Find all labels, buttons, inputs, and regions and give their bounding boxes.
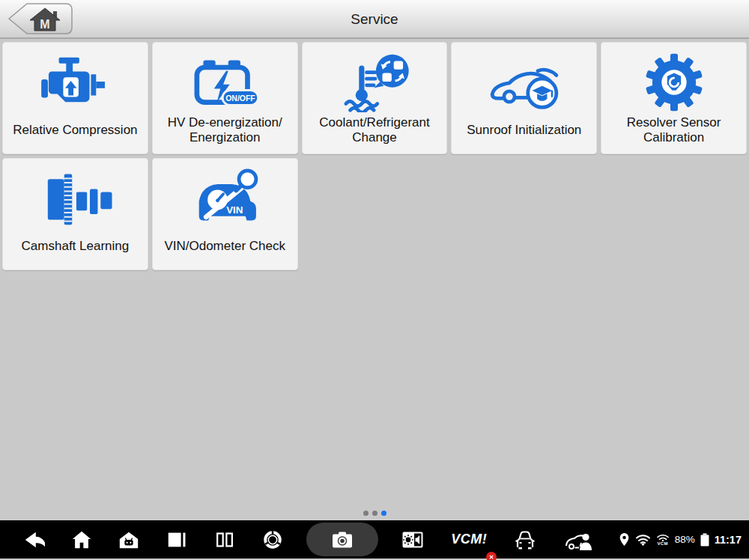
service-function-list: Relative Compression ON/OFF HV De-energi… xyxy=(0,39,749,520)
camshaft-icon xyxy=(36,159,114,231)
page-dot-active xyxy=(381,511,386,516)
split-screen-button[interactable] xyxy=(210,520,239,559)
brightness-volume-icon xyxy=(400,528,425,552)
chrome-icon xyxy=(261,529,284,551)
vcm-signal-icon: VCM xyxy=(656,533,670,546)
display-sound-button[interactable] xyxy=(397,520,428,559)
vcm-label: VCM! xyxy=(451,532,487,547)
camera-icon xyxy=(330,528,355,552)
tile-camshaft-learning[interactable]: Camshaft Learning xyxy=(2,158,148,270)
home-button[interactable] xyxy=(67,520,96,559)
tile-label: Resolver Sensor Calibration xyxy=(622,115,726,153)
recent-apps-icon xyxy=(166,529,188,551)
resolver-gear-icon xyxy=(643,43,705,115)
hv-battery-icon: ON/OFF xyxy=(187,43,262,115)
back-arrow-icon xyxy=(22,529,45,551)
home-icon xyxy=(70,529,93,551)
tile-label: Camshaft Learning xyxy=(17,231,134,270)
page-title: Service xyxy=(0,0,749,39)
page-indicator xyxy=(0,511,749,516)
tile-grid: Relative Compression ON/OFF HV De-energi… xyxy=(0,39,749,273)
status-cluster: VCM 88% 11:17 xyxy=(616,532,749,547)
chrome-browser-button[interactable] xyxy=(258,520,287,559)
vcm-status-button[interactable]: VCM! ✕ xyxy=(448,520,490,559)
svg-text:ON/OFF: ON/OFF xyxy=(225,94,255,103)
back-button[interactable] xyxy=(19,520,48,559)
top-bar: Service M xyxy=(0,0,749,39)
page-dot xyxy=(363,511,369,516)
screenshot-camera-button[interactable] xyxy=(306,523,378,556)
tile-sunroof-initialization[interactable]: Sunroof Initialization xyxy=(451,42,597,154)
sunroof-car-icon xyxy=(485,43,563,115)
tile-label: HV De-energization/ Energization xyxy=(163,115,287,153)
tile-hv-de-energization[interactable]: ON/OFF HV De-energization/ Energization xyxy=(152,42,298,154)
location-icon xyxy=(619,532,630,547)
tile-label: Sunroof Initialization xyxy=(462,115,586,153)
vcm-signal-label: VCM xyxy=(658,541,668,546)
engine-compression-icon xyxy=(40,43,110,115)
android-nav-bar: VCM! ✕ xyxy=(0,520,749,559)
home-arrow-icon: M xyxy=(6,2,73,35)
technician-button[interactable] xyxy=(560,520,596,559)
recent-apps-button[interactable] xyxy=(163,520,191,559)
page-dot xyxy=(372,511,377,516)
vehicle-button[interactable] xyxy=(509,520,541,559)
wifi-icon xyxy=(635,533,651,546)
car-technician-icon xyxy=(563,528,593,552)
tile-label: Relative Compression xyxy=(8,115,142,153)
battery-percent: 88% xyxy=(675,534,695,545)
battery-icon xyxy=(700,533,709,547)
home-menu-button[interactable]: M xyxy=(6,2,73,35)
app-drawer-button[interactable] xyxy=(115,520,143,559)
clock: 11:17 xyxy=(715,534,742,546)
svg-text:VIN: VIN xyxy=(226,204,243,216)
tile-coolant-refrigerant[interactable]: Coolant/Refrigerant Change xyxy=(302,42,448,154)
tile-resolver-sensor-calibration[interactable]: Resolver Sensor Calibration xyxy=(601,42,747,154)
coolant-refrigerant-icon xyxy=(336,43,413,115)
vin-odometer-icon: VIN xyxy=(186,159,264,231)
tile-label: Coolant/Refrigerant Change xyxy=(315,115,434,153)
tile-vin-odometer-check[interactable]: VIN VIN/Odometer Check xyxy=(152,158,298,270)
car-icon xyxy=(512,528,538,552)
tile-relative-compression[interactable]: Relative Compression xyxy=(2,42,148,154)
tile-label: VIN/Odometer Check xyxy=(160,231,290,270)
nav-buttons: VCM! ✕ xyxy=(0,520,616,559)
svg-text:M: M xyxy=(40,18,49,31)
split-screen-icon xyxy=(213,529,236,551)
vcm-disconnected-icon: ✕ xyxy=(486,552,497,560)
android-home-icon xyxy=(118,529,140,551)
